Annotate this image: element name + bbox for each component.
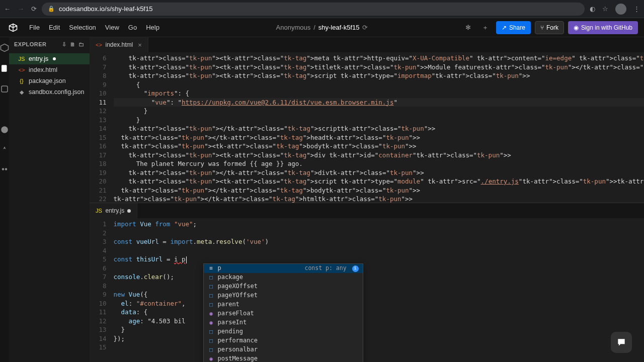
ac-kind-icon: ◉	[208, 309, 215, 318]
file-sandbox-config-json[interactable]: ◆sandbox.config.json	[9, 86, 90, 98]
ab-explorer-icon[interactable]	[0, 64, 9, 74]
profile-avatar[interactable]	[615, 4, 626, 15]
ac-kind-icon: ⬚	[208, 291, 215, 300]
tab-index-html[interactable]: <> index.html ×	[90, 37, 148, 52]
extension-icon[interactable]: ◐	[590, 5, 595, 13]
ac-item-p[interactable]: ≡pconst p: any i	[204, 264, 363, 273]
signin-label: Sign in with GitHub	[581, 24, 632, 31]
ac-item-parent[interactable]: ⬚parent	[204, 300, 363, 309]
sync-icon[interactable]: ⟳	[362, 24, 368, 31]
ac-label: performance	[218, 336, 258, 345]
file-name: package.json	[29, 77, 66, 84]
download-icon[interactable]: ⇩	[62, 41, 67, 48]
code-editor-bottom[interactable]: 123456789101112131415 import Vue from "v…	[90, 218, 645, 362]
autocomplete-popup[interactable]: ≡pconst p: any i⬚package⬚pageXOffset⬚pag…	[203, 263, 363, 362]
ab-config-icon[interactable]	[0, 84, 9, 95]
sidebar-header: EXPLORER ⇩ 🗎 🗀	[9, 37, 90, 51]
plus-icon[interactable]: ＋	[479, 21, 492, 34]
file-entry-js[interactable]: JSentry.js	[9, 53, 90, 64]
editor-pane-top: <> index.html × ⋯ 6789101112131415161718…	[90, 37, 645, 203]
file-type-icon: ◆	[18, 89, 25, 96]
ab-deploy-icon[interactable]	[1, 146, 9, 155]
close-icon[interactable]: ×	[138, 41, 142, 49]
fork-label: Fork	[546, 24, 558, 31]
new-folder-icon[interactable]: 🗀	[78, 41, 85, 48]
forward-icon[interactable]: →	[18, 5, 24, 13]
chat-bubble-button[interactable]	[611, 332, 632, 353]
svg-point-3	[2, 168, 5, 170]
header-actions: ✻ ＋ ↗ Share ⑂ Fork ◉ Sign in with GitHub	[462, 21, 638, 34]
svg-rect-0	[2, 65, 7, 72]
url-text: codesandbox.io/s/shy-leaf-k5f15	[59, 5, 152, 13]
menu-go[interactable]: Go	[128, 24, 137, 31]
back-icon[interactable]: ←	[4, 5, 11, 13]
owner-label[interactable]: Anonymous	[276, 24, 311, 31]
ac-item-package[interactable]: ⬚package	[204, 273, 363, 282]
ac-item-performance[interactable]: ⬚performance	[204, 336, 363, 345]
file-name: index.html	[29, 66, 57, 73]
browser-bar: ← → ⟳ 🔒 codesandbox.io/s/shy-leaf-k5f15 …	[0, 0, 644, 18]
ac-item-pageYOffset[interactable]: ⬚pageYOffset	[204, 291, 363, 300]
browser-menu-icon[interactable]: ⋮	[633, 5, 640, 13]
modified-dot-icon	[127, 209, 131, 213]
ac-item-parseInt[interactable]: ◉parseInt	[204, 318, 363, 327]
fork-button[interactable]: ⑂ Fork	[535, 21, 564, 34]
ac-detail: const p: any i	[304, 264, 358, 273]
menu-view[interactable]: View	[105, 24, 119, 31]
ac-label: postMessage	[218, 354, 258, 362]
breadcrumb: Anonymous / shy-leaf-k5f15 ⟳	[276, 24, 368, 31]
file-package-json[interactable]: {}package.json	[9, 75, 90, 86]
ac-label: pageXOffset	[218, 282, 258, 291]
ac-kind-icon: ≡	[208, 264, 215, 273]
ac-kind-icon: ⬚	[208, 282, 215, 291]
signin-github-button[interactable]: ◉ Sign in with GitHub	[568, 21, 638, 34]
code-editor-top[interactable]: 67891011121314151617181920212223 tk-attr…	[90, 52, 645, 203]
ac-kind-icon: ⬚	[208, 345, 215, 354]
ac-kind-icon: ◉	[208, 354, 215, 362]
new-file-icon[interactable]: 🗎	[70, 41, 76, 48]
ac-kind-icon: ⬚	[208, 300, 215, 309]
file-type-icon: {}	[18, 78, 25, 84]
ac-label: pending	[218, 327, 244, 336]
menu-help[interactable]: Help	[146, 24, 159, 31]
ac-label: parseFloat	[218, 309, 254, 318]
share-button[interactable]: ↗ Share	[496, 21, 531, 34]
ac-kind-icon: ◉	[208, 318, 215, 327]
fork-icon: ⑂	[540, 24, 544, 31]
file-name: entry.js	[29, 55, 48, 62]
modified-dot-icon	[53, 57, 56, 60]
ab-live-icon[interactable]	[0, 165, 9, 176]
info-icon[interactable]: i	[352, 265, 359, 272]
url-bar[interactable]: 🔒 codesandbox.io/s/shy-leaf-k5f15	[42, 3, 585, 16]
ac-item-pending[interactable]: ⬚pending	[204, 327, 363, 336]
ab-github-icon[interactable]	[0, 125, 9, 136]
main-area: EXPLORER ⇩ 🗎 🗀 JSentry.js<>index.html{}p…	[0, 37, 644, 362]
app-header: FileEditSelectionViewGoHelp Anonymous / …	[0, 18, 644, 37]
share-arrow-icon: ↗	[502, 24, 507, 31]
ac-item-parseFloat[interactable]: ◉parseFloat	[204, 309, 363, 318]
ac-item-personalbar[interactable]: ⬚personalbar	[204, 345, 363, 354]
codesandbox-logo-icon[interactable]	[6, 21, 20, 35]
file-name: sandbox.config.json	[29, 88, 85, 96]
star-icon[interactable]: ☆	[602, 5, 608, 13]
tab-bar-bottom: JS entry.js ◫ ▣ ⋯	[90, 203, 645, 218]
sidebar: EXPLORER ⇩ 🗎 🗀 JSentry.js<>index.html{}p…	[9, 37, 90, 362]
ac-item-postMessage[interactable]: ◉postMessage	[204, 354, 363, 362]
menu-selection[interactable]: Selection	[69, 24, 96, 31]
svg-rect-1	[2, 86, 8, 92]
menu-edit[interactable]: Edit	[49, 24, 60, 31]
ac-label: personalbar	[218, 345, 258, 354]
reload-icon[interactable]: ⟳	[31, 5, 37, 13]
svg-point-4	[5, 168, 8, 170]
file-index-html[interactable]: <>index.html	[9, 64, 90, 75]
ac-item-pageXOffset[interactable]: ⬚pageXOffset	[204, 282, 363, 291]
ac-kind-icon: ⬚	[208, 327, 215, 336]
menu-file[interactable]: File	[29, 24, 40, 31]
explorer-title: EXPLORER	[14, 41, 47, 47]
tab-entry-js[interactable]: JS entry.js	[90, 203, 138, 218]
svg-point-2	[1, 126, 8, 133]
ab-sandbox-icon[interactable]	[0, 43, 9, 54]
settings-icon[interactable]: ✻	[462, 21, 475, 34]
browser-actions: ◐ ☆ ⋮	[590, 4, 640, 15]
project-name[interactable]: shy-leaf-k5f15	[318, 24, 360, 31]
